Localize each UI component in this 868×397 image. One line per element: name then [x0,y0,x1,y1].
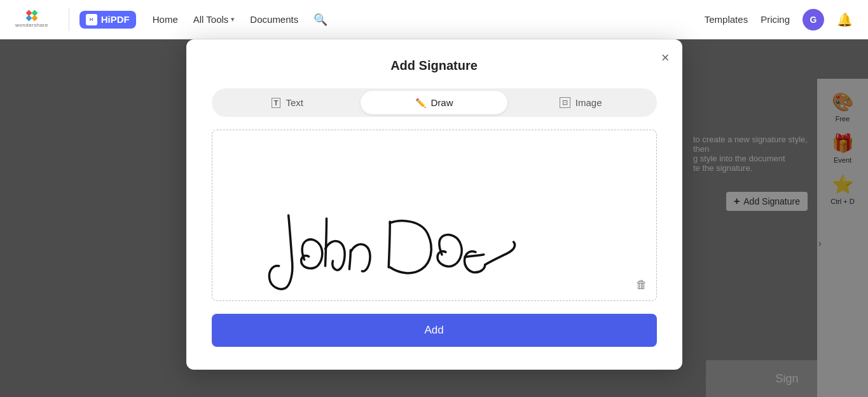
text-tab-label: Text [286,97,303,108]
nav-links: Home All Tools ▾ Documents 🔍 [146,9,334,30]
modal-close-button[interactable]: × [661,50,670,66]
hipdf-label: HiPDF [101,14,130,25]
bell-icon[interactable]: 🔔 [837,12,853,27]
tab-text[interactable]: T Text [214,91,361,114]
nav-templates[interactable]: Templates [705,14,748,25]
draw-tab-icon: ✏️ [415,98,426,108]
signature-canvas[interactable] [212,130,656,300]
clear-signature-button[interactable]: 🗑 [636,278,647,292]
chevron-down-icon: ▾ [231,15,235,24]
nav-search[interactable]: 🔍 [307,9,334,30]
navbar: wondershare H HiPDF Home All Tools ▾ Doc… [0,0,868,39]
nav-home[interactable]: Home [146,10,184,29]
nav-documents[interactable]: Documents [244,10,305,29]
home-label: Home [153,14,178,25]
draw-tab-label: Draw [431,97,453,108]
tab-draw[interactable]: ✏️ Draw [361,91,507,114]
text-tab-icon: T [272,98,281,108]
search-icon: 🔍 [313,13,327,27]
wondershare-logo[interactable]: wondershare [15,11,48,28]
image-tab-label: Image [575,97,602,108]
documents-label: Documents [250,14,298,25]
hipdf-icon: H [86,14,97,25]
image-tab-icon: ⊡ [560,97,570,108]
add-signature-modal: × Add Signature T Text ✏️ Draw ⊡ Image [186,39,682,370]
tab-image[interactable]: ⊡ Image [507,91,654,114]
add-button[interactable]: Add [212,314,657,347]
hipdf-badge[interactable]: H HiPDF [79,11,136,29]
user-avatar[interactable]: G [803,9,824,30]
all-tools-label: All Tools [193,14,229,25]
nav-divider [69,8,69,31]
modal-title: Add Signature [212,58,657,73]
signature-draw-area[interactable]: 🗑 [212,130,657,301]
nav-pricing[interactable]: Pricing [761,14,790,25]
nav-all-tools[interactable]: All Tools ▾ [187,10,242,29]
nav-right: Templates Pricing G 🔔 [705,9,853,30]
brand-name: wondershare [15,22,48,28]
modal-tabs: T Text ✏️ Draw ⊡ Image [212,88,657,117]
